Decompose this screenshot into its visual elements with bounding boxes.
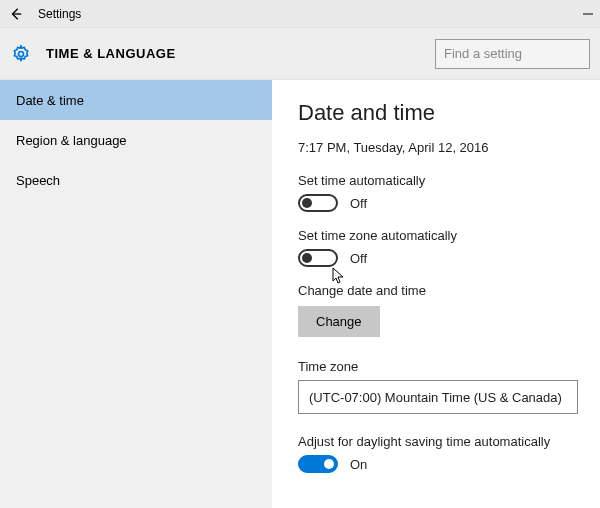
current-datetime: 7:17 PM, Tuesday, April 12, 2016 [298, 140, 578, 155]
sidebar-item-speech[interactable]: Speech [0, 160, 272, 200]
set-time-auto-state: Off [350, 196, 367, 211]
sidebar-item-label: Speech [16, 173, 60, 188]
title-bar: Settings [0, 0, 600, 28]
gear-icon [10, 43, 32, 65]
timezone-select[interactable]: (UTC-07:00) Mountain Time (US & Canada) [298, 380, 578, 414]
category-heading: TIME & LANGUAGE [46, 46, 176, 61]
dst-label: Adjust for daylight saving time automati… [298, 434, 578, 449]
change-date-time-label: Change date and time [298, 283, 578, 298]
set-tz-auto-label: Set time zone automatically [298, 228, 578, 243]
content-pane: Date and time 7:17 PM, Tuesday, April 12… [272, 80, 600, 508]
set-tz-auto-toggle[interactable] [298, 249, 338, 267]
set-tz-auto-state: Off [350, 251, 367, 266]
timezone-value: (UTC-07:00) Mountain Time (US & Canada) [309, 390, 562, 405]
settings-header: TIME & LANGUAGE [0, 28, 600, 80]
dst-state: On [350, 457, 367, 472]
svg-point-2 [19, 51, 24, 56]
minimize-button[interactable] [574, 4, 594, 24]
window-title: Settings [38, 7, 81, 21]
sidebar-item-region-language[interactable]: Region & language [0, 120, 272, 160]
set-time-auto-toggle[interactable] [298, 194, 338, 212]
sidebar-item-date-time[interactable]: Date & time [0, 80, 272, 120]
sidebar: Date & time Region & language Speech [0, 80, 272, 508]
cursor-icon [332, 267, 346, 285]
page-title: Date and time [298, 100, 578, 126]
dst-toggle[interactable] [298, 455, 338, 473]
set-time-auto-label: Set time automatically [298, 173, 578, 188]
sidebar-item-label: Region & language [16, 133, 127, 148]
sidebar-item-label: Date & time [16, 93, 84, 108]
timezone-label: Time zone [298, 359, 578, 374]
back-button[interactable] [6, 4, 26, 24]
change-button[interactable]: Change [298, 306, 380, 337]
search-input[interactable] [435, 39, 590, 69]
